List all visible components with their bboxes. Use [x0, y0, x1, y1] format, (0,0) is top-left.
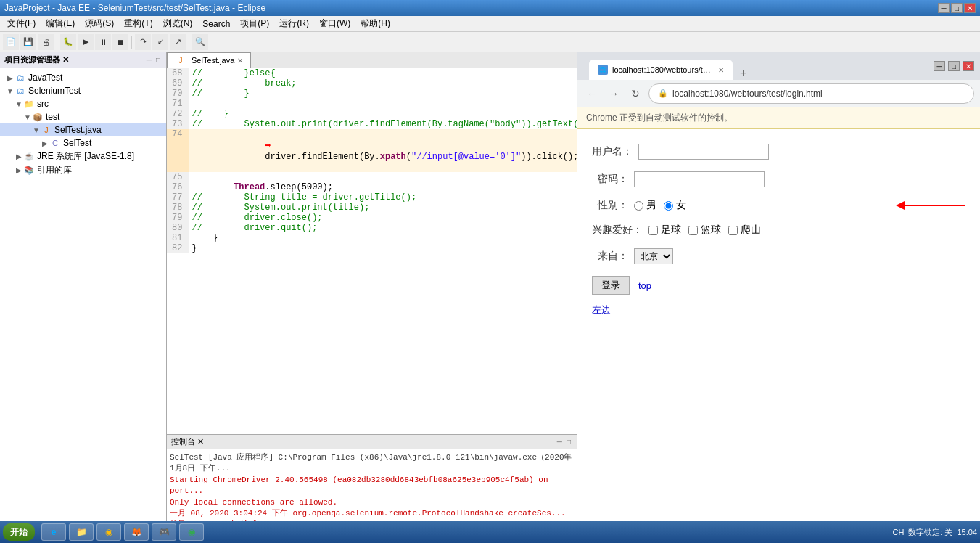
toolbar-stepover[interactable]: ↷	[135, 34, 151, 50]
password-input[interactable]	[634, 171, 765, 187]
webpage-content: 用户名： 密码： 性别： 男 女	[577, 129, 980, 521]
menu-project[interactable]: 项目(P)	[236, 16, 273, 31]
interest-football-checkbox[interactable]	[648, 226, 658, 235]
tab-close-button[interactable]: ✕	[237, 57, 243, 65]
chrome-close-button[interactable]: ✕	[963, 61, 974, 71]
taskbar-item-firefox[interactable]: 🦊	[124, 523, 149, 541]
menu-refactor[interactable]: 重构(T)	[120, 16, 157, 31]
code-line-81: 81 }	[167, 233, 577, 243]
password-label: 密码：	[592, 173, 628, 186]
menu-source[interactable]: 源码(S)	[81, 16, 118, 31]
tree-item-jre[interactable]: ▶ ☕ JRE 系统库 [JavaSE-1.8]	[0, 150, 166, 163]
address-lock-icon: 🔒	[658, 89, 668, 98]
code-line-75: 75	[167, 172, 577, 182]
code-area[interactable]: 68 // }else{ 69 // break; 70 // } 71	[167, 68, 577, 434]
taskbar-item-explorer[interactable]: 📁	[69, 523, 94, 541]
chrome-new-tab-button[interactable]: +	[736, 67, 751, 80]
menu-navigate[interactable]: 浏览(N)	[159, 16, 197, 31]
taskbar-item-app[interactable]: 🎮	[152, 523, 176, 541]
top-link[interactable]: top	[638, 280, 651, 291]
tree-item-seltest-java[interactable]: ▼ J SelTest.java	[0, 123, 166, 136]
interest-football-option[interactable]: 足球	[648, 224, 681, 237]
tree-label-seltest-class: SelTest	[63, 138, 91, 148]
toolbar-save[interactable]: 💾	[20, 34, 36, 50]
taskbar-separator	[38, 525, 38, 539]
firefox-icon: 🦊	[131, 526, 142, 538]
line-num-71: 71	[167, 99, 189, 109]
red-arrow-svg	[893, 198, 980, 213]
menu-run[interactable]: 运行(R)	[275, 16, 313, 31]
console-maximize[interactable]: □	[565, 438, 572, 446]
panel-minimize[interactable]: ─	[145, 56, 153, 64]
tree-item-reflib[interactable]: ▶ 📚 引用的库	[0, 163, 166, 177]
gender-male-option[interactable]: 男	[634, 199, 656, 212]
origin-select[interactable]: 北京 上海 广州 深圳	[634, 248, 673, 264]
gender-female-radio[interactable]	[664, 201, 673, 211]
menu-search[interactable]: Search	[198, 17, 234, 30]
start-button[interactable]: 开始	[3, 523, 35, 541]
interest-basketball-option[interactable]: 篮球	[688, 224, 721, 237]
username-input[interactable]	[638, 144, 769, 160]
minimize-button[interactable]: ─	[938, 3, 950, 13]
line-code-68: // }else{	[189, 68, 577, 78]
gender-male-radio[interactable]	[634, 201, 643, 211]
toolbar-search[interactable]: 🔍	[192, 34, 208, 50]
chrome-back-button[interactable]: ←	[583, 85, 601, 102]
editor-tab-seltest[interactable]: J SelTest.java ✕	[167, 52, 251, 68]
chrome-window-controls: ─ □ ✕	[934, 61, 974, 71]
line-num-74: 74	[167, 129, 189, 172]
gender-male-label: 男	[646, 199, 656, 212]
menu-help[interactable]: 帮助(H)	[356, 16, 395, 31]
tree-item-src[interactable]: ▼ 📁 src	[0, 97, 166, 110]
taskbar-item-chrome[interactable]: ◉	[96, 523, 121, 541]
toolbar-debug[interactable]: 🐛	[60, 34, 76, 50]
interests-label: 兴趣爱好：	[592, 224, 643, 237]
toolbar-print[interactable]: 🖨	[38, 34, 54, 50]
java-icon-seltest: J	[41, 124, 52, 136]
chrome-refresh-button[interactable]: ↻	[627, 85, 644, 102]
line-code-69: // break;	[189, 78, 577, 89]
toolbar-run[interactable]: ▶	[78, 34, 94, 50]
left-link[interactable]: 左边	[592, 304, 611, 315]
line-num-73: 73	[167, 119, 189, 129]
menu-edit[interactable]: 编辑(E)	[41, 16, 79, 31]
interest-hiking-option[interactable]: 爬山	[728, 224, 761, 237]
maximize-button[interactable]: □	[951, 3, 963, 13]
console-minimize[interactable]: ─	[556, 438, 564, 446]
taskbar-item-ie[interactable]: e	[41, 523, 66, 541]
console-title-bar: 控制台 ✕ ─ □	[167, 435, 577, 449]
interest-football-label: 足球	[661, 224, 681, 237]
tree-item-seleniumtest[interactable]: ▼ 🗂 SeleniumTest	[0, 84, 166, 97]
login-button[interactable]: 登录	[592, 276, 630, 295]
toolbar-new[interactable]: 📄	[3, 34, 19, 50]
line-num-68: 68	[167, 68, 189, 78]
toolbar-pause[interactable]: ⏸	[95, 34, 111, 50]
line-code-72: // }	[189, 109, 577, 119]
chrome-icon: ◉	[103, 526, 115, 538]
code-line-69: 69 // break;	[167, 78, 577, 89]
toolbar-stepout[interactable]: ↗	[170, 34, 186, 50]
address-bar[interactable]: 🔒 localhost:1080/webtours/test/login.htm…	[648, 83, 974, 104]
toolbar-stepinto[interactable]: ↙	[152, 34, 168, 50]
chrome-minimize-button[interactable]: ─	[934, 61, 945, 71]
chrome-tab-close[interactable]: ✕	[718, 66, 724, 74]
menu-window[interactable]: 窗口(W)	[315, 16, 355, 31]
ie-icon: e	[48, 526, 59, 538]
close-button[interactable]: ✕	[964, 3, 976, 13]
tree-item-seltest-class[interactable]: ▶ C SelTest	[0, 136, 166, 150]
chrome-forward-button[interactable]: →	[605, 85, 622, 102]
gender-female-option[interactable]: 女	[664, 199, 686, 212]
taskbar-item-chrome2[interactable]: ◉	[179, 523, 204, 541]
interest-basketball-checkbox[interactable]	[688, 226, 698, 235]
chrome-tab-active[interactable]: 🌐 localhost:1080/webtours/test/l... ✕	[589, 60, 733, 80]
panel-maximize[interactable]: □	[155, 56, 162, 64]
chrome-tab-text: localhost:1080/webtours/test/l...	[612, 65, 714, 74]
webpage-buttons: 登录 top	[592, 276, 965, 295]
interest-hiking-checkbox[interactable]	[728, 226, 738, 235]
toolbar-stop[interactable]: ⏹	[112, 34, 128, 50]
tree-item-javatest[interactable]: ▶ 🗂 JavaTest	[0, 71, 166, 84]
tree-item-test-pkg[interactable]: ▼ 📦 test	[0, 110, 166, 123]
menu-file[interactable]: 文件(F)	[3, 16, 40, 31]
main-container: 项目资源管理器 ✕ ─ □ ▶ 🗂 JavaTest ▼ 🗂 SeleniumT…	[0, 52, 980, 521]
chrome-maximize-button[interactable]: □	[948, 61, 960, 71]
